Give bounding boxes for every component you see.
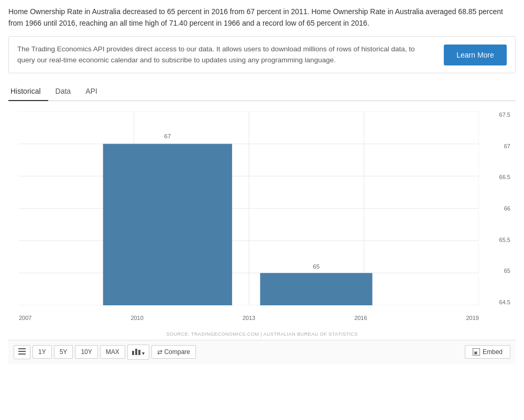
- api-banner-text: The Trading Economics API provides direc…: [17, 44, 444, 65]
- 5y-button[interactable]: 5Y: [54, 345, 73, 359]
- y-label-645: 64.5: [499, 299, 510, 305]
- max-button[interactable]: MAX: [100, 345, 125, 359]
- toolbar: 1Y 5Y 10Y MAX ▾ ⇄ Compare: [8, 340, 516, 364]
- x-axis: 2007 2010 2013 2016 2019: [19, 315, 479, 321]
- chart-svg-container: 67 65: [19, 112, 479, 305]
- chart-svg: 67 65: [19, 112, 479, 305]
- svg-rect-18: [138, 350, 140, 355]
- bar-chart-icon: [132, 348, 140, 355]
- chart-source: SOURCE: TRADINGECONOMICS.COM | AUSTRALIA…: [8, 331, 516, 340]
- embed-label: Embed: [483, 348, 503, 356]
- bar-2016: [260, 273, 372, 305]
- tab-historical[interactable]: Historical: [8, 83, 48, 101]
- x-label-2007: 2007: [19, 315, 31, 321]
- y-label-675: 67.5: [499, 112, 510, 118]
- x-label-2019: 2019: [466, 315, 479, 321]
- compare-button[interactable]: ⇄ Compare: [151, 345, 196, 359]
- y-label-66: 66: [504, 205, 510, 212]
- x-label-2016: 2016: [354, 315, 367, 321]
- chart-type-arrow: ▾: [142, 350, 145, 356]
- 10y-button[interactable]: 10Y: [75, 345, 97, 359]
- y-label-655: 65.5: [499, 237, 510, 243]
- list-icon: [18, 348, 26, 355]
- api-banner: The Trading Economics API provides direc…: [8, 36, 516, 73]
- svg-text:67: 67: [164, 133, 171, 139]
- bar-2011: [103, 144, 232, 305]
- chart-type-button[interactable]: ▾: [127, 345, 149, 360]
- svg-rect-13: [18, 348, 26, 349]
- embed-icon: ▣: [473, 348, 480, 356]
- svg-rect-17: [135, 349, 137, 355]
- x-label-2010: 2010: [130, 315, 143, 321]
- svg-rect-15: [18, 353, 26, 355]
- svg-text:▣: ▣: [474, 350, 478, 355]
- x-label-2013: 2013: [243, 315, 255, 321]
- tab-api[interactable]: API: [83, 83, 105, 101]
- svg-text:65: 65: [313, 263, 320, 270]
- main-container: Home Ownership Rate in Australia decreas…: [0, 0, 524, 364]
- learn-more-button[interactable]: Learn More: [444, 45, 507, 65]
- y-label-665: 66.5: [499, 174, 510, 180]
- tab-data[interactable]: Data: [53, 83, 79, 101]
- compare-icon: ⇄: [157, 348, 162, 356]
- svg-rect-14: [18, 351, 26, 352]
- 1y-button[interactable]: 1Y: [32, 345, 52, 359]
- tabs-container: Historical Data API: [8, 83, 516, 101]
- description-text: Home Ownership Rate in Australia decreas…: [8, 6, 516, 29]
- embed-button[interactable]: ▣ Embed: [465, 345, 510, 359]
- svg-rect-16: [132, 351, 134, 355]
- list-view-button[interactable]: [14, 345, 30, 359]
- y-label-67: 67: [504, 143, 510, 149]
- toolbar-left: 1Y 5Y 10Y MAX ▾ ⇄ Compare: [14, 345, 196, 360]
- y-axis: 67.5 67 66.5 66 65.5 65 64.5: [499, 112, 510, 305]
- y-label-65: 65: [504, 268, 510, 274]
- chart-area: 67 65 67.5 67 66.5 66 65.5 65 64.5 2007 …: [8, 101, 516, 331]
